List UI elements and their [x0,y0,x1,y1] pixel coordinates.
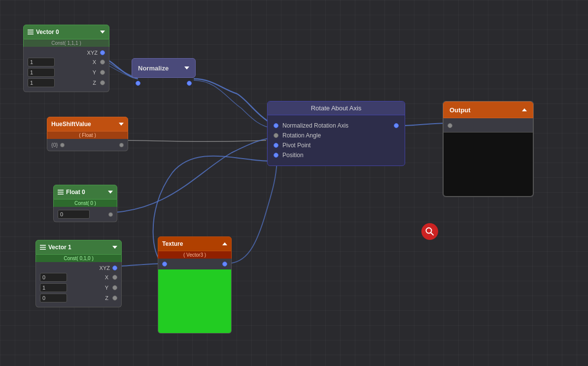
vector0-z-port[interactable] [100,80,105,85]
texture-title: Texture [162,240,183,247]
rotate-position-row: Position [274,152,399,159]
normalize-header: Normalize [132,58,196,78]
float0-collapse[interactable] [108,191,113,194]
vector0-xyz-port[interactable] [100,50,105,55]
rotate-about-axis-title: Rotate About Axis [311,104,362,112]
normalize-out-port[interactable] [187,81,192,86]
output-title: Output [450,106,471,114]
float0-body [53,207,117,222]
float0-header: Float 0 [53,185,117,200]
vector1-y-input[interactable] [40,283,67,292]
rotate-nra-in-port[interactable] [274,123,278,128]
svg-line-1 [431,233,434,235]
vector1-z-port[interactable] [112,296,117,300]
float0-out-port[interactable] [108,212,113,217]
vector0-menu-icon[interactable] [28,30,34,34]
float0-title: Float 0 [66,189,85,196]
rotate-pivot-row: Pivot Point [274,142,399,149]
rotate-about-axis-header: Rotate About Axis [268,101,405,115]
vector1-z-row: Z [40,294,117,302]
texture-subtitle: ( Vector3 ) [158,251,232,259]
rotate-angle-row: Rotation Angle [274,132,399,139]
vector1-xyz-port[interactable] [112,266,117,270]
texture-header: Texture [158,236,232,251]
float0-input[interactable] [58,210,90,219]
vector1-y-port[interactable] [112,285,117,290]
vector0-node: Vector 0 Const( 1,1,1 ) XYZ X Y [23,25,109,92]
vector0-z-row: Z [28,78,105,87]
rotate-nra-row: Normalized Rotation Axis [274,122,399,129]
hueshift-out-port[interactable] [119,143,124,147]
rotate-position-label: Position [282,152,304,159]
vector0-y-row: Y [28,68,105,77]
vector0-x-row: X [28,58,105,67]
vector0-y-port[interactable] [100,70,105,75]
vector0-y-input[interactable] [28,68,55,77]
vector0-body: XYZ X Y Z [23,47,109,92]
output-header: Output [443,101,533,118]
vector1-node: Vector 1 Const( 0,1,0 ) XYZ X Y [35,240,122,307]
vector0-x-input[interactable] [28,58,55,67]
float0-menu-icon[interactable] [58,190,64,195]
output-preview [443,133,533,197]
hueshift-header: HueShiftValue [47,117,128,132]
search-button[interactable] [421,223,438,240]
rotate-position-in-port[interactable] [274,153,278,158]
texture-node: Texture ( Vector3 ) [158,236,232,333]
vector0-z-input[interactable] [28,78,55,87]
vector0-subtitle: Const( 1,1,1 ) [23,39,109,47]
rotate-nra-out-port[interactable] [394,123,399,128]
float0-subtitle: Const( 0 ) [53,200,117,207]
texture-out-port[interactable] [222,262,227,266]
texture-in-port[interactable] [162,262,167,266]
vector0-header: Vector 0 [23,25,109,39]
output-collapse[interactable] [522,108,527,111]
texture-preview [158,269,232,333]
vector1-z-input[interactable] [40,294,67,302]
vector1-collapse[interactable] [112,246,117,249]
vector0-collapse[interactable] [100,31,105,33]
vector1-x-port[interactable] [112,275,117,280]
vector0-title: Vector 0 [36,29,59,35]
vector1-subtitle: Const( 0,1,0 ) [35,255,122,262]
vector1-body: XYZ X Y Z [35,262,122,307]
hueshift-node: HueShiftValue ( Float ) {0} [47,117,128,151]
hueshift-collapse[interactable] [119,123,124,126]
hueshift-body: {0} [47,139,128,151]
rotate-about-axis-node: Rotate About Axis Normalized Rotation Ax… [267,101,405,166]
texture-collapse[interactable] [222,242,227,245]
output-node: Output [443,101,534,197]
texture-ports [158,259,232,269]
normalize-ports [132,78,196,89]
rotate-about-axis-body: Normalized Rotation Axis Rotation Angle … [268,115,405,166]
output-port-row [443,118,533,133]
float0-node: Float 0 Const( 0 ) [53,185,117,222]
rotate-pivot-label: Pivot Point [282,142,311,149]
rotate-nra-label: Normalized Rotation Axis [282,122,348,129]
hueshift-subtitle: ( Float ) [47,132,128,139]
vector1-y-row: Y [40,283,117,292]
vector0-xyz-row: XYZ [28,50,105,56]
normalize-in-port[interactable] [136,81,140,86]
vector1-menu-icon[interactable] [40,245,46,250]
vector1-header: Vector 1 [35,240,122,255]
normalize-node: Normalize [132,58,196,89]
rotate-pivot-in-port[interactable] [274,143,278,148]
rotate-angle-in-port[interactable] [274,133,278,138]
hueshift-title: HueShiftValue [51,121,91,128]
normalize-collapse[interactable] [184,67,189,69]
vector1-x-row: X [40,273,117,282]
normalize-title: Normalize [138,65,169,72]
vector1-xyz-row: XYZ [40,265,117,271]
vector0-x-port[interactable] [100,60,105,65]
output-in-port[interactable] [448,123,452,128]
vector1-x-input[interactable] [40,273,67,282]
hueshift-in-port[interactable] [60,143,65,147]
search-icon [425,227,435,236]
rotate-angle-label: Rotation Angle [282,132,321,139]
hueshift-float-label: {0} [51,142,58,148]
vector1-title: Vector 1 [48,244,71,251]
